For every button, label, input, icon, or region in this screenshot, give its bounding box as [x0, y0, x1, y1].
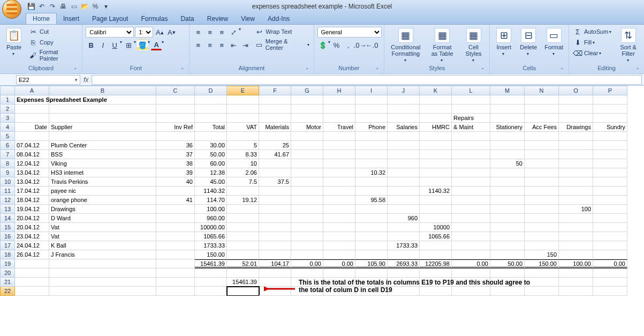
cell-O21[interactable]: [559, 278, 593, 287]
cell-P17[interactable]: [593, 241, 627, 250]
cell-J9[interactable]: [388, 168, 420, 177]
cell-D4[interactable]: Total: [195, 123, 227, 132]
cell-C1[interactable]: [156, 95, 195, 104]
cell-N12[interactable]: [525, 196, 559, 205]
cell-H4[interactable]: Travel: [323, 123, 355, 132]
cell-P5[interactable]: [593, 132, 627, 141]
cell-G20[interactable]: [291, 268, 323, 278]
cell-J1[interactable]: [388, 95, 420, 104]
cell-E22[interactable]: [227, 287, 259, 296]
cell-L12[interactable]: [452, 196, 490, 205]
cell-D2[interactable]: [195, 104, 227, 114]
cell-F9[interactable]: [259, 168, 291, 177]
cell-B6[interactable]: Plumb Center: [49, 141, 156, 150]
cell-N20[interactable]: [525, 268, 559, 278]
cell-G13[interactable]: [291, 205, 323, 214]
cell-H15[interactable]: [323, 223, 355, 232]
cell-H9[interactable]: [323, 168, 355, 177]
new-icon[interactable]: ▭: [70, 2, 78, 11]
cell-I6[interactable]: [355, 141, 388, 150]
row-header-9[interactable]: 9: [0, 168, 15, 177]
cell-O7[interactable]: [559, 150, 593, 159]
cell-N14[interactable]: [525, 214, 559, 223]
tab-view[interactable]: View: [234, 13, 261, 24]
cell-L1[interactable]: [452, 95, 490, 104]
select-all-corner[interactable]: [0, 86, 15, 95]
orientation-icon[interactable]: ⤢: [228, 27, 239, 38]
row-header-15[interactable]: 15: [0, 223, 15, 232]
cell-N11[interactable]: [525, 186, 559, 196]
align-right-icon[interactable]: ≡: [216, 40, 227, 50]
cell-G17[interactable]: [291, 241, 323, 250]
row-header-12[interactable]: 12: [0, 196, 15, 205]
cell-F13[interactable]: [259, 205, 291, 214]
cell-A4[interactable]: Date: [15, 123, 49, 132]
row-header-13[interactable]: 13: [0, 205, 15, 214]
cell-G16[interactable]: [291, 232, 323, 241]
cell-N16[interactable]: [525, 232, 559, 241]
decrease-decimal-icon[interactable]: ←.0: [367, 40, 377, 50]
cell-B21[interactable]: [49, 278, 156, 287]
cell-C6[interactable]: 36: [156, 141, 195, 150]
cell-K19[interactable]: 12205.98: [420, 259, 452, 268]
cell-C7[interactable]: 37: [156, 150, 195, 159]
cell-F17[interactable]: [259, 241, 291, 250]
cell-M17[interactable]: [490, 241, 525, 250]
cell-H8[interactable]: [323, 159, 355, 168]
cell-P18[interactable]: [593, 250, 627, 259]
cell-I2[interactable]: [355, 104, 388, 114]
print-icon[interactable]: 🖶: [59, 2, 67, 11]
cell-D3[interactable]: [195, 114, 227, 123]
underline-button[interactable]: U: [109, 40, 120, 50]
cell-B14[interactable]: D Ward: [49, 214, 156, 223]
cell-B8[interactable]: Viking: [49, 159, 156, 168]
cell-B10[interactable]: Travis Perkins: [49, 177, 156, 186]
cell-P11[interactable]: [593, 186, 627, 196]
cell-B5[interactable]: [49, 132, 156, 141]
cell-L2[interactable]: [452, 104, 490, 114]
qat-more-icon[interactable]: ▾: [102, 2, 110, 11]
cell-G12[interactable]: [291, 196, 323, 205]
cell-C5[interactable]: [156, 132, 195, 141]
copy-button[interactable]: ⎘Copy: [28, 38, 79, 47]
cell-E12[interactable]: 19.12: [227, 196, 259, 205]
delete-cells-button[interactable]: ⊟Delete▾: [518, 27, 539, 57]
cell-I13[interactable]: [355, 205, 388, 214]
col-header-H[interactable]: H: [323, 86, 355, 95]
font-size-select[interactable]: 11: [135, 27, 153, 38]
cell-E15[interactable]: [227, 223, 259, 232]
font-name-select[interactable]: Calibri: [86, 27, 134, 38]
cell-P14[interactable]: [593, 214, 627, 223]
cell-C20[interactable]: [156, 268, 195, 278]
cell-B16[interactable]: Vat: [49, 232, 156, 241]
cell-G6[interactable]: [291, 141, 323, 150]
cell-D8[interactable]: 60.00: [195, 159, 227, 168]
cell-M20[interactable]: [490, 268, 525, 278]
cell-L20[interactable]: [452, 268, 490, 278]
col-header-E[interactable]: E: [227, 86, 259, 95]
cell-B13[interactable]: Drawings: [49, 205, 156, 214]
cell-G11[interactable]: [291, 186, 323, 196]
wrap-text-button[interactable]: ↩Wrap Text: [254, 27, 310, 36]
cell-B19[interactable]: [49, 259, 156, 268]
cell-N1[interactable]: [525, 95, 559, 104]
tab-page-layout[interactable]: Page Layout: [86, 13, 134, 24]
col-header-B[interactable]: B: [49, 86, 156, 95]
cell-K15[interactable]: 10000: [420, 223, 452, 232]
cell-P22[interactable]: [593, 287, 627, 296]
cell-K7[interactable]: [420, 150, 452, 159]
cell-O9[interactable]: [559, 168, 593, 177]
formula-input[interactable]: [92, 75, 642, 85]
cell-O10[interactable]: [559, 177, 593, 186]
cell-B22[interactable]: [49, 287, 156, 296]
cell-L5[interactable]: [452, 132, 490, 141]
cell-O13[interactable]: 100: [559, 205, 593, 214]
cell-H20[interactable]: [323, 268, 355, 278]
col-header-L[interactable]: L: [452, 86, 490, 95]
cell-A21[interactable]: [15, 278, 49, 287]
cell-K11[interactable]: 1140.32: [420, 186, 452, 196]
cell-M6[interactable]: [490, 141, 525, 150]
cell-E20[interactable]: [227, 268, 259, 278]
fill-color-button[interactable]: 🪣: [137, 40, 148, 50]
cell-E13[interactable]: [227, 205, 259, 214]
